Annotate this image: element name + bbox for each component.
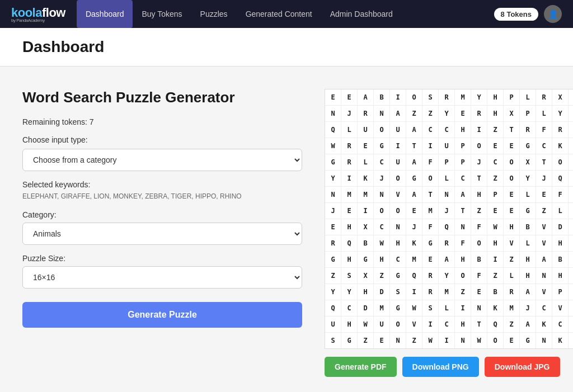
grid-cell: A: [455, 187, 471, 202]
nav-admin-dashboard[interactable]: Admin Dashboard: [321, 0, 402, 28]
grid-cell: Z: [406, 106, 422, 121]
grid-cell: W: [422, 333, 438, 348]
grid-cell: M: [341, 187, 357, 202]
grid-cell: F: [536, 122, 552, 138]
grid-cell: N: [455, 333, 471, 348]
grid-cell: T: [422, 187, 438, 202]
grid-cell: G: [374, 138, 389, 154]
nav-puzzles[interactable]: Puzzles: [191, 0, 237, 28]
grid-cell: O: [487, 333, 503, 348]
input-type-select[interactable]: Choose from a category: [22, 149, 302, 171]
grid-cell: M: [439, 284, 454, 300]
grid-cell: A: [406, 154, 422, 170]
grid-cell: H: [504, 219, 519, 235]
grid-cell: Q: [439, 219, 454, 235]
nav-dashboard[interactable]: Dashboard: [77, 0, 133, 28]
grid-cell: J: [520, 300, 536, 316]
avatar[interactable]: 👤: [544, 5, 562, 23]
grid-cell: G: [406, 171, 422, 186]
grid-cell: C: [374, 219, 389, 235]
grid-cell: N: [455, 219, 471, 235]
grid-cell: O: [390, 203, 406, 219]
grid-cell: L: [439, 171, 454, 186]
grid-cell: I: [390, 89, 406, 105]
grid-cell: G: [422, 235, 438, 251]
token-badge[interactable]: 8 Tokens: [494, 8, 538, 21]
category-select[interactable]: Animals: [22, 223, 302, 245]
generate-puzzle-button[interactable]: Generate Puzzle: [22, 302, 302, 328]
grid-cell: Q: [406, 268, 422, 284]
nav-buy-tokens[interactable]: Buy Tokens: [133, 0, 191, 28]
grid-cell: O: [374, 203, 389, 219]
grid-cell: R: [422, 284, 438, 300]
grid-cell: Z: [422, 106, 438, 121]
grid-cell: F: [422, 219, 438, 235]
grid-cell: X: [552, 89, 568, 105]
nav-generated-content[interactable]: Generated Content: [237, 0, 321, 28]
grid-cell: H: [552, 235, 568, 251]
grid-cell: P: [552, 284, 568, 300]
grid-cell: F: [552, 187, 568, 202]
grid-cell: L: [504, 268, 519, 284]
grid-cell: A: [520, 317, 536, 332]
grid-cell: G: [358, 252, 373, 267]
grid-cell: B: [520, 219, 536, 235]
grid-cell: H: [374, 252, 389, 267]
grid-cell: V: [536, 219, 552, 235]
grid-cell: G: [390, 300, 406, 316]
grid-cell: Z: [455, 284, 471, 300]
grid-cell: W: [325, 138, 341, 154]
grid-cell: F: [471, 219, 487, 235]
grid-cell: W: [374, 235, 389, 251]
grid-cell: O: [455, 268, 471, 284]
grid-cell: T: [536, 154, 552, 170]
grid-cell: C: [536, 138, 552, 154]
grid-cell: C: [552, 317, 568, 332]
grid-cell: Y: [552, 106, 568, 121]
grid-cell: O: [406, 89, 422, 105]
generator-title: Word Search Puzzle Generator: [22, 89, 302, 106]
generate-pdf-button[interactable]: Generate PDF: [325, 357, 397, 377]
grid-cell: B: [471, 252, 487, 267]
grid-cell: Z: [406, 333, 422, 348]
grid-cell: M: [569, 171, 573, 186]
grid-cell: I: [390, 138, 406, 154]
grid-cell: Z: [374, 268, 389, 284]
grid-cell: X: [520, 154, 536, 170]
grid-cell: H: [569, 300, 573, 316]
grid-cell: E: [341, 89, 357, 105]
page-header: Dashboard: [0, 28, 573, 67]
grid-cell: Z: [471, 203, 487, 219]
grid-cell: H: [341, 219, 357, 235]
download-jpg-button[interactable]: Download JPG: [485, 357, 560, 377]
logo[interactable]: koolaflow by PandaAcademy: [11, 6, 65, 23]
grid-cell: T: [471, 171, 487, 186]
grid-cell: K: [358, 171, 373, 186]
grid-cell: G: [569, 138, 573, 154]
grid-cell: O: [471, 138, 487, 154]
grid-cell: C: [374, 154, 389, 170]
grid-cell: B: [487, 284, 503, 300]
grid-cell: U: [390, 154, 406, 170]
download-png-button[interactable]: Download PNG: [402, 357, 479, 377]
grid-cell: B: [374, 89, 389, 105]
puzzle-size-select[interactable]: 16×16: [22, 266, 302, 289]
grid-cell: F: [455, 235, 471, 251]
grid-cell: H: [455, 122, 471, 138]
grid-cell: F: [422, 154, 438, 170]
grid-cell: U: [358, 122, 373, 138]
grid-cell: T: [471, 317, 487, 332]
grid-cell: N: [390, 333, 406, 348]
grid-cell: M: [504, 300, 519, 316]
grid-cell: R: [504, 284, 519, 300]
grid-cell: K: [552, 138, 568, 154]
grid-cell: N: [471, 300, 487, 316]
grid-cell: Z: [358, 333, 373, 348]
grid-cell: R: [536, 89, 552, 105]
grid-cell: J: [325, 203, 341, 219]
grid-cell: E: [504, 333, 519, 348]
grid-cell: W: [358, 317, 373, 332]
grid-cell: N: [325, 106, 341, 121]
grid-cell: E: [569, 268, 573, 284]
grid-cell: K: [406, 235, 422, 251]
